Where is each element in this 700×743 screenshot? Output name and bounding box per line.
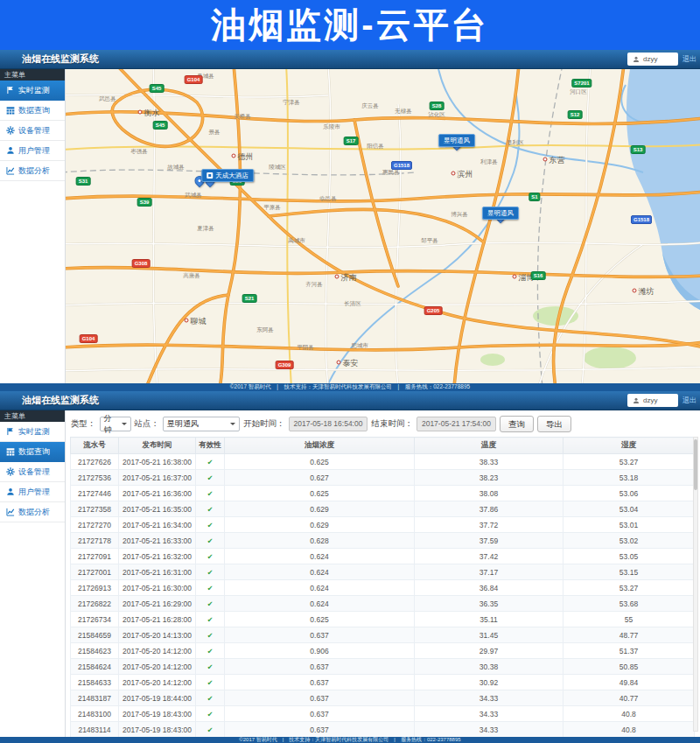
logout-link[interactable]: 退出 [682,396,696,405]
end-time-input[interactable]: 2017-05-21 17:54:00 [416,417,496,431]
map-city-label: 宁津县 [283,99,300,107]
logout-link[interactable]: 退出 [682,54,696,64]
map-city-label: 河口区 [570,88,587,96]
top-navbar: 油烟在线监测系统 dzyy 退出 [0,391,700,410]
table-row[interactable]: 217275362017-05-21 16:37:00✔0.62738.2353… [71,470,695,486]
sidebar-item-device[interactable]: 设备管理 [0,121,65,141]
table-row[interactable]: 217267342017-05-21 16:28:00✔0.62535.1155 [71,612,695,627]
sidebar-item-user[interactable]: 用户管理 [0,482,65,502]
table-row[interactable]: 215846232017-05-20 14:12:00✔0.90629.9751… [71,643,695,659]
scrollbar-thumb[interactable] [694,439,697,490]
table-row[interactable]: 217272702017-05-21 16:34:00✔0.62937.7253… [71,517,695,533]
map-city-label: 长清区 [344,300,361,308]
sidebar-item-analysis[interactable]: 数据分析 [0,502,65,522]
table-row[interactable]: 214831872017-05-19 18:44:00✔0.63734.3340… [71,690,695,706]
map-city-label: 平原县 [263,204,281,212]
road-shield: S28 [430,102,444,110]
valid-check-icon: ✔ [207,711,214,718]
valid-check-icon: ✔ [207,553,214,561]
table-row[interactable]: 217274462017-05-21 16:36:00✔0.62538.0853… [71,486,695,501]
map-city-label: 吴桥县 [234,113,251,121]
valid-check-icon: ✔ [207,726,214,734]
valid-check-icon: ✔ [207,648,214,655]
sidebar-menu: 实时监测数据查询设备管理用户管理数据分析 [0,422,65,522]
valid-check-icon: ✔ [207,490,214,498]
map-city-label: 衡水 [138,108,160,119]
valid-check-icon: ✔ [207,695,214,703]
table-row[interactable]: 215846242017-05-20 14:12:00✔0.63730.3850… [71,659,695,675]
road-shield: G104 [80,334,98,343]
road-shield: S31 [76,177,91,186]
table-row[interactable]: 215846332017-05-20 14:12:00✔0.63730.9249… [71,675,695,690]
poi-icon [206,172,213,179]
type-select[interactable]: 分钟 [100,417,131,431]
table-scrollbar[interactable] [693,437,698,732]
brand-title: 油烟在线监测系统 [22,394,99,407]
start-time-label: 开始时间： [243,418,285,430]
table-row[interactable]: 214831002017-05-19 18:43:00✔0.63734.3340… [71,706,695,722]
user-menu[interactable]: dzyy [627,394,678,407]
menu-header: 主菜单 [0,410,65,422]
person-icon [6,487,15,496]
road-shield: G1518 [631,215,652,224]
table-row[interactable]: 217273582017-05-21 16:35:00✔0.62937.8653… [71,501,695,517]
city-marker-icon [337,361,341,365]
column-header: 湿度 [564,438,695,454]
valid-check-icon: ✔ [207,616,214,624]
valid-check-icon: ✔ [207,585,214,592]
valid-check-icon: ✔ [207,663,214,671]
sidebar-item-data-query[interactable]: 数据查询 [0,101,65,121]
map-city-label: 庆云县 [361,102,379,110]
valid-check-icon: ✔ [207,679,214,687]
table-row[interactable]: 215846592017-05-20 14:13:00✔0.63731.4548… [71,627,695,643]
table-row[interactable]: 217270012017-05-21 16:31:00✔0.62437.1753… [71,564,695,580]
map-site-tooltip[interactable]: 天成大酒店 [201,169,254,182]
map-city-label: 武邑县 [99,95,116,103]
road-shield: S12 [568,110,583,119]
table-row[interactable]: 214831142017-05-19 18:43:00✔0.63734.3340… [71,722,695,738]
road-shield: G1518 [391,161,412,170]
map-city-label: 陵城区 [269,164,286,172]
flag-icon [6,86,15,95]
map-city-label: 邹平县 [421,237,438,245]
sidebar-item-user[interactable]: 用户管理 [0,141,65,161]
road-shield: S39 [137,198,152,207]
valid-check-icon: ✔ [207,632,214,640]
export-button[interactable]: 导出 [537,416,571,432]
map-city-label: 阳信县 [367,143,384,151]
map-city-label: 夏津县 [197,225,214,233]
site-select[interactable]: 昱明通风 [163,417,240,431]
column-header: 温度 [415,438,564,454]
map-city-label: 武城县 [185,192,202,200]
map-city-label: 齐河县 [305,281,323,289]
map-city-label: 高唐县 [183,272,200,280]
table-row[interactable]: 217268222017-05-21 16:29:00✔0.62436.3553… [71,596,695,612]
data-query-section: 油烟在线监测系统 dzyy 退出 主菜单 实时监测数据查询设备管理用户管理数据分… [0,391,700,743]
sidebar-item-realtime[interactable]: 实时监测 [0,81,65,101]
filter-bar: 类型： 分钟 站点： 昱明通风 开始时间： 2017-05-18 16:54:0… [70,413,697,437]
chart-icon [6,508,15,516]
table-row[interactable]: 217276262017-05-21 16:38:00✔0.62538.3353… [71,454,695,470]
table-row[interactable]: 217271782017-05-21 16:33:00✔0.62837.5953… [71,533,695,549]
valid-check-icon: ✔ [207,459,214,466]
menu-header: 主菜单 [0,69,65,81]
table-row[interactable]: 217269132017-05-21 16:30:00✔0.62436.8453… [71,580,695,596]
map-canvas[interactable]: 衡水德州滨州东营聊城济南淄博泰安潍坊阜城县武邑县枣强县故城县景县吴桥县宁津县陵城… [66,69,700,383]
map-site-tooltip[interactable]: 昱明通风 [438,134,475,147]
table-row[interactable]: 217270912017-05-21 16:32:00✔0.62437.4253… [71,549,695,564]
search-button[interactable]: 查询 [500,416,534,432]
map-site-tooltip[interactable]: 昱明通风 [482,207,519,220]
road-shield: S1 [528,193,540,201]
sidebar-item-data-query[interactable]: 数据查询 [0,442,65,462]
road-shield: S7201 [571,79,592,88]
start-time-input[interactable]: 2017-05-18 16:54:00 [289,417,368,431]
sidebar-item-device[interactable]: 设备管理 [0,462,65,482]
query-content: 类型： 分钟 站点： 昱明通风 开始时间： 2017-05-18 16:54:0… [66,410,700,737]
column-header: 油烟浓度 [225,438,415,454]
user-icon [633,397,640,404]
sidebar-item-analysis[interactable]: 数据分析 [0,161,65,181]
grid-icon [6,447,15,456]
valid-check-icon: ✔ [207,506,214,514]
sidebar-item-realtime[interactable]: 实时监测 [0,422,65,442]
user-menu[interactable]: dzyy [627,53,678,66]
